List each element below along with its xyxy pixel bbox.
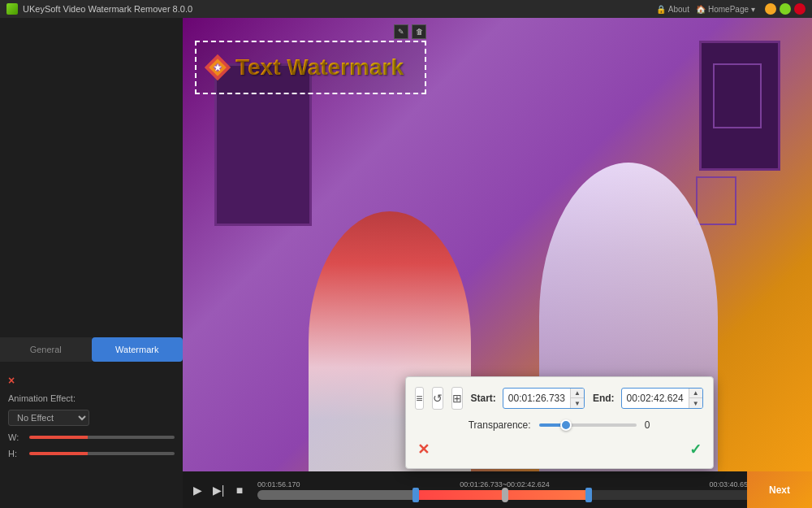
about-link[interactable]: 🔒 About	[656, 5, 689, 14]
animation-select[interactable]: No Effect	[8, 410, 89, 426]
forward-button[interactable]: ▶|	[210, 482, 227, 498]
titlebar-nav: 🔒 About 🏠 HomePage ▾	[656, 5, 755, 14]
controls-bar: ▶ ▶| ■ 00:01:56.170 00:01:26.733~00:02:4…	[183, 471, 812, 508]
end-time-down[interactable]: ▼	[689, 398, 702, 408]
w-label: W:	[8, 432, 24, 442]
trash-icon: 🗑	[416, 28, 423, 36]
edit-watermark-button[interactable]: ✎	[394, 24, 408, 39]
watermark-selection[interactable]: ✎ 🗑 ★ Text Watermark	[195, 41, 426, 94]
end-time-up[interactable]: ▲	[689, 389, 702, 398]
h-slider-row: H:	[8, 449, 175, 458]
watermark-content: ★ Text Watermark	[197, 42, 425, 93]
sidebar-tabs: General Watermark	[0, 337, 183, 362]
w-slider[interactable]	[29, 436, 175, 439]
forward-icon: ▶|	[213, 484, 225, 497]
transparency-slider[interactable]	[539, 423, 637, 427]
titlebar-title: UKeySoft Video Watermark Remover 8.0.0	[23, 4, 192, 14]
lock-icon: 🔒	[656, 5, 666, 14]
start-time-value: 00:01:26.733	[503, 390, 570, 406]
titlebar: UKeySoft Video Watermark Remover 8.0.0 🔒…	[0, 0, 812, 18]
play-icon: ▶	[193, 484, 202, 497]
edit-icon: ✎	[398, 28, 404, 36]
chevron-down-icon: ▾	[751, 5, 755, 14]
dialog-cancel-button[interactable]: ✕	[417, 441, 430, 458]
start-time-input[interactable]: 00:01:26.733 ▲ ▼	[503, 388, 585, 409]
grid-icon: ⊞	[452, 392, 462, 405]
start-label: Start:	[471, 393, 496, 404]
play-button[interactable]: ▶	[189, 482, 205, 498]
time-dialog: ≡ ↺ ⊞ Start: 00:01:26.733 ▲ ▼	[405, 376, 714, 469]
timeline-handle-left[interactable]	[412, 488, 419, 502]
start-time-up[interactable]: ▲	[571, 389, 584, 398]
dialog-top-row: ≡ ↺ ⊞ Start: 00:01:26.733 ▲ ▼	[417, 387, 702, 410]
maximize-button[interactable]	[780, 3, 791, 15]
animation-label: Animation Effect:	[8, 393, 81, 403]
transparency-label: Transparence:	[469, 419, 531, 431]
dialog-confirm-button[interactable]: ✓	[689, 441, 702, 458]
end-time-spinners: ▲ ▼	[689, 389, 702, 408]
remove-watermark-button[interactable]: ×	[8, 374, 15, 387]
video-area: ✎ 🗑 ★ Text Watermark	[183, 18, 812, 508]
sidebar-content: × Animation Effect: No Effect W: H:	[0, 366, 183, 508]
tab-general[interactable]: General	[0, 337, 92, 362]
start-time-down[interactable]: ▼	[571, 398, 584, 408]
transparency-handle[interactable]	[560, 419, 572, 431]
grid-button[interactable]: ⊞	[451, 387, 463, 410]
w-slider-row: W:	[8, 432, 175, 442]
dialog-bottom-row: ✕ ✓	[417, 441, 702, 458]
transparency-row: Transparence: 0	[417, 419, 702, 431]
start-time-group: Start: 00:01:26.733 ▲ ▼	[471, 388, 585, 409]
app-icon	[6, 3, 18, 15]
transparency-value: 0	[645, 419, 650, 431]
refresh-icon: ↺	[433, 392, 443, 405]
minimize-button[interactable]	[765, 3, 776, 15]
next-button[interactable]: Next	[747, 471, 812, 508]
titlebar-left: UKeySoft Video Watermark Remover 8.0.0	[6, 3, 192, 15]
time-current: 00:01:56.170	[257, 480, 300, 488]
svg-text:★: ★	[214, 63, 222, 72]
timeline-progress	[257, 490, 416, 500]
filter-button[interactable]: ≡	[415, 387, 423, 410]
timeline-handle-right[interactable]	[585, 488, 592, 502]
titlebar-controls	[765, 3, 806, 15]
bg-rect1	[713, 63, 762, 128]
timeline-track[interactable]	[257, 490, 752, 500]
delete-watermark-button[interactable]: 🗑	[412, 24, 426, 39]
main-layout: General Watermark × Animation Effect: No…	[0, 18, 812, 508]
watermark-text: Text Watermark	[235, 54, 404, 80]
start-time-spinners: ▲ ▼	[570, 389, 584, 408]
time-end: 00:03:40.659	[709, 480, 752, 488]
no-effect-row: No Effect	[8, 410, 175, 426]
titlebar-right: 🔒 About 🏠 HomePage ▾	[656, 3, 806, 15]
refresh-button[interactable]: ↺	[432, 387, 443, 410]
tab-watermark[interactable]: Watermark	[92, 337, 184, 362]
end-time-value: 00:02:42.624	[622, 390, 689, 406]
h-slider[interactable]	[29, 452, 175, 455]
watermark-logo-icon: ★	[203, 53, 232, 82]
close-btn-row: ×	[8, 374, 175, 387]
timeline-playhead[interactable]	[502, 488, 508, 502]
filter-icon: ≡	[416, 392, 422, 405]
bg-rect2	[696, 176, 736, 225]
home-icon: 🏠	[696, 5, 706, 14]
stop-button[interactable]: ■	[231, 482, 248, 498]
h-label: H:	[8, 449, 24, 458]
homepage-link[interactable]: 🏠 HomePage ▾	[696, 5, 755, 14]
timeline-container: 00:01:56.170 00:01:26.733~00:02:42.624 0…	[257, 480, 752, 500]
watermark-toolbar: ✎ 🗑	[394, 24, 426, 39]
stop-icon: ■	[236, 484, 243, 497]
end-time-input[interactable]: 00:02:42.624 ▲ ▼	[621, 388, 703, 409]
animation-row: Animation Effect:	[8, 393, 175, 403]
end-label: End:	[593, 393, 615, 404]
sidebar: General Watermark × Animation Effect: No…	[0, 18, 183, 508]
close-button[interactable]	[794, 3, 806, 15]
end-time-group: End: 00:02:42.624 ▲ ▼	[593, 388, 703, 409]
